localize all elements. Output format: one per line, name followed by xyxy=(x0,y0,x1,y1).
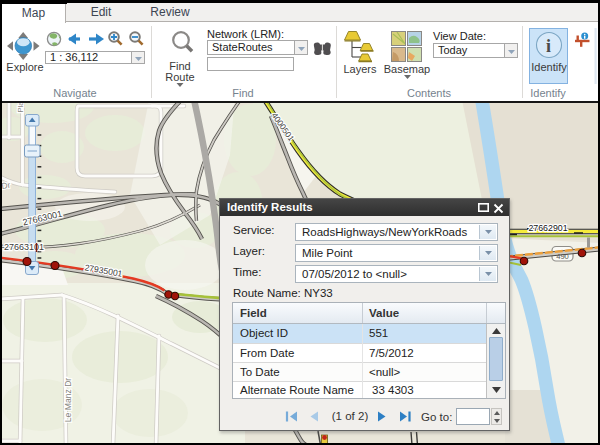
svg-text:Le Manz Dr: Le Manz Dr xyxy=(63,378,73,423)
svg-text:490: 490 xyxy=(556,252,569,261)
svg-text:i: i xyxy=(546,36,551,56)
svg-text:27662901: 27662901 xyxy=(528,223,567,233)
svg-text:27663101: 27663101 xyxy=(4,242,44,252)
